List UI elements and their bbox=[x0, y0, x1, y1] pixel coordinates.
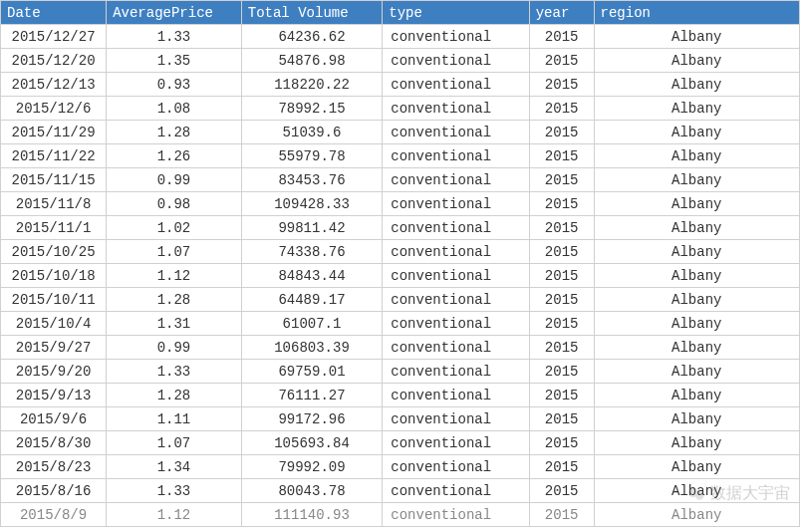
table-row: 2015/12/271.3364236.62conventional2015Al… bbox=[1, 25, 800, 49]
cell-year: 2015 bbox=[529, 360, 594, 384]
cell-type: conventional bbox=[383, 25, 529, 49]
cell-price: 1.28 bbox=[107, 288, 242, 312]
table-row: 2015/11/221.2655979.78conventional2015Al… bbox=[1, 144, 800, 168]
cell-region: Albany bbox=[594, 192, 799, 216]
cell-volume: 99172.96 bbox=[241, 407, 383, 431]
cell-type: conventional bbox=[383, 240, 529, 264]
cell-volume: 76111.27 bbox=[241, 384, 383, 407]
cell-price: 1.35 bbox=[107, 49, 242, 73]
cell-date: 2015/9/20 bbox=[1, 360, 107, 384]
cell-volume: 99811.42 bbox=[241, 216, 383, 240]
table-row: 2015/10/111.2864489.17conventional2015Al… bbox=[1, 288, 800, 312]
table-body: 2015/12/271.3364236.62conventional2015Al… bbox=[1, 25, 800, 527]
table-row: 2015/9/61.1199172.96conventional2015Alba… bbox=[1, 407, 800, 431]
cell-year: 2015 bbox=[529, 503, 594, 527]
cell-region: Albany bbox=[594, 336, 799, 360]
table-row: 2015/11/291.2851039.6conventional2015Alb… bbox=[1, 121, 800, 144]
cell-type: conventional bbox=[383, 288, 529, 312]
cell-date: 2015/11/15 bbox=[1, 168, 107, 192]
cell-type: conventional bbox=[383, 455, 529, 479]
cell-type: conventional bbox=[383, 73, 529, 97]
cell-year: 2015 bbox=[529, 384, 594, 407]
cell-date: 2015/12/27 bbox=[1, 25, 107, 49]
cell-date: 2015/11/29 bbox=[1, 121, 107, 144]
cell-year: 2015 bbox=[529, 240, 594, 264]
cell-region: Albany bbox=[594, 431, 799, 455]
table-row: 2015/10/251.0774338.76conventional2015Al… bbox=[1, 240, 800, 264]
cell-volume: 64236.62 bbox=[241, 25, 383, 49]
table-row: 2015/11/11.0299811.42conventional2015Alb… bbox=[1, 216, 800, 240]
cell-region: Albany bbox=[594, 73, 799, 97]
cell-price: 1.08 bbox=[107, 97, 242, 121]
cell-region: Albany bbox=[594, 49, 799, 73]
cell-date: 2015/10/11 bbox=[1, 288, 107, 312]
cell-type: conventional bbox=[383, 168, 529, 192]
cell-year: 2015 bbox=[529, 431, 594, 455]
cell-type: conventional bbox=[383, 407, 529, 431]
cell-price: 0.99 bbox=[107, 336, 242, 360]
cell-volume: 84843.44 bbox=[241, 264, 383, 288]
cell-date: 2015/8/16 bbox=[1, 479, 107, 503]
cell-year: 2015 bbox=[529, 264, 594, 288]
cell-price: 0.99 bbox=[107, 168, 242, 192]
cell-year: 2015 bbox=[529, 336, 594, 360]
cell-year: 2015 bbox=[529, 168, 594, 192]
cell-price: 1.11 bbox=[107, 407, 242, 431]
cell-price: 1.07 bbox=[107, 240, 242, 264]
cell-type: conventional bbox=[383, 264, 529, 288]
cell-type: conventional bbox=[383, 97, 529, 121]
cell-year: 2015 bbox=[529, 192, 594, 216]
cell-volume: 118220.22 bbox=[241, 73, 383, 97]
table-row: 2015/8/161.3380043.78conventional2015Alb… bbox=[1, 479, 800, 503]
table-row: 2015/10/41.3161007.1conventional2015Alba… bbox=[1, 312, 800, 336]
cell-volume: 61007.1 bbox=[241, 312, 383, 336]
cell-volume: 51039.6 bbox=[241, 121, 383, 144]
cell-price: 1.02 bbox=[107, 216, 242, 240]
cell-price: 1.33 bbox=[107, 479, 242, 503]
cell-type: conventional bbox=[383, 503, 529, 527]
cell-volume: 69759.01 bbox=[241, 360, 383, 384]
table-row: 2015/9/270.99106803.39conventional2015Al… bbox=[1, 336, 800, 360]
table-row: 2015/8/231.3479992.09conventional2015Alb… bbox=[1, 455, 800, 479]
cell-region: Albany bbox=[594, 264, 799, 288]
cell-volume: 54876.98 bbox=[241, 49, 383, 73]
cell-region: Albany bbox=[594, 97, 799, 121]
cell-price: 1.07 bbox=[107, 431, 242, 455]
cell-date: 2015/12/6 bbox=[1, 97, 107, 121]
header-row: Date AveragePrice Total Volume type year… bbox=[1, 1, 800, 25]
cell-year: 2015 bbox=[529, 144, 594, 168]
cell-volume: 109428.33 bbox=[241, 192, 383, 216]
cell-region: Albany bbox=[594, 503, 799, 527]
header-price: AveragePrice bbox=[107, 1, 242, 25]
cell-date: 2015/12/20 bbox=[1, 49, 107, 73]
table-row: 2015/9/201.3369759.01conventional2015Alb… bbox=[1, 360, 800, 384]
cell-type: conventional bbox=[383, 479, 529, 503]
cell-year: 2015 bbox=[529, 455, 594, 479]
cell-region: Albany bbox=[594, 407, 799, 431]
cell-date: 2015/8/30 bbox=[1, 431, 107, 455]
cell-volume: 111140.93 bbox=[241, 503, 383, 527]
table-row: 2015/12/201.3554876.98conventional2015Al… bbox=[1, 49, 800, 73]
cell-date: 2015/11/8 bbox=[1, 192, 107, 216]
cell-region: Albany bbox=[594, 360, 799, 384]
table-row: 2015/8/91.12111140.93conventional2015Alb… bbox=[1, 503, 800, 527]
cell-date: 2015/9/27 bbox=[1, 336, 107, 360]
cell-date: 2015/8/9 bbox=[1, 503, 107, 527]
cell-price: 0.98 bbox=[107, 192, 242, 216]
cell-type: conventional bbox=[383, 336, 529, 360]
cell-date: 2015/9/6 bbox=[1, 407, 107, 431]
cell-region: Albany bbox=[594, 455, 799, 479]
cell-date: 2015/8/23 bbox=[1, 455, 107, 479]
cell-date: 2015/11/22 bbox=[1, 144, 107, 168]
cell-region: Albany bbox=[594, 121, 799, 144]
cell-type: conventional bbox=[383, 384, 529, 407]
table-row: 2015/9/131.2876111.27conventional2015Alb… bbox=[1, 384, 800, 407]
cell-region: Albany bbox=[594, 384, 799, 407]
cell-year: 2015 bbox=[529, 25, 594, 49]
cell-volume: 78992.15 bbox=[241, 97, 383, 121]
cell-date: 2015/10/25 bbox=[1, 240, 107, 264]
cell-region: Albany bbox=[594, 288, 799, 312]
table-row: 2015/11/150.9983453.76conventional2015Al… bbox=[1, 168, 800, 192]
cell-year: 2015 bbox=[529, 49, 594, 73]
cell-region: Albany bbox=[594, 479, 799, 503]
